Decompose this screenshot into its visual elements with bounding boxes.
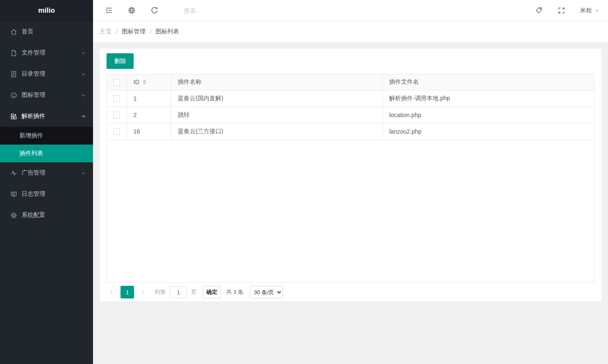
sidebar-item-label: 系统配置 [22, 211, 45, 219]
sort-icon[interactable] [143, 79, 146, 85]
total-count-label: 共 3 条 [226, 288, 243, 296]
main-area: 米粒 主页 / 图标管理 / 图标列表 删除 [93, 0, 608, 364]
cell-plugin-file: location.php [382, 107, 594, 123]
page-size-select[interactable]: 30 条/页 [250, 286, 283, 298]
home-icon [10, 28, 17, 36]
confirm-button[interactable]: 确定 [203, 286, 221, 298]
sidebar-item-label: 日志管理 [22, 190, 45, 198]
goto-label: 到第 [155, 288, 166, 296]
sidebar-item-label: 图标管理 [22, 91, 45, 99]
table-row: 2 跳转 location.php [107, 107, 594, 123]
content-area: 删除 ID 插件名称 插件文件名 [93, 43, 608, 364]
pagination: 1 到第 页 确定 共 3 条 30 条/页 [107, 283, 594, 301]
chevron-down-icon [81, 50, 86, 56]
chevron-up-icon [81, 114, 86, 119]
column-header-id: ID [134, 79, 140, 85]
prev-page-button[interactable] [107, 290, 117, 295]
brand-logo: milio [0, 0, 93, 21]
search-input[interactable] [184, 7, 277, 14]
row-checkbox[interactable] [113, 112, 120, 118]
sidebar-item-logs[interactable]: 日志管理 [0, 183, 93, 205]
sidebar-item-home[interactable]: 首页 [0, 21, 93, 42]
breadcrumb: 主页 / 图标管理 / 图标列表 [93, 21, 608, 43]
cell-id: 16 [126, 123, 171, 140]
breadcrumb-icon-management[interactable]: 图标管理 [122, 28, 145, 36]
cell-plugin-name: 跳转 [171, 107, 382, 123]
column-header-name: 插件名称 [171, 74, 382, 90]
sidebar-subitem-plugin-list[interactable]: 插件列表 [0, 145, 93, 162]
smiley-icon [10, 92, 17, 99]
sidebar-subitem-label: 新增插件 [19, 132, 43, 140]
tag-icon[interactable] [534, 6, 543, 15]
sidebar-item-icons[interactable]: 图标管理 [0, 85, 93, 106]
page-unit-label: 页 [191, 288, 197, 296]
user-menu[interactable]: 米粒 [580, 7, 600, 14]
sidebar-fold-button[interactable] [104, 6, 113, 15]
pulse-icon [10, 170, 17, 177]
topbar: 米粒 [93, 0, 608, 21]
cell-plugin-name: 蓝奏云(三方接口) [171, 123, 382, 140]
gear-icon [10, 212, 17, 219]
cell-plugin-name: 蓝奏云(国内直解) [171, 90, 382, 107]
chevron-down-icon [81, 71, 86, 77]
cell-plugin-file: 解析插件-调用本地.php [382, 90, 594, 107]
column-header-file: 插件文件名 [382, 74, 594, 90]
sidebar-item-ads[interactable]: 广告管理 [0, 162, 93, 183]
sidebar-item-label: 目录管理 [22, 70, 45, 78]
delete-button[interactable]: 删除 [107, 53, 134, 69]
sidebar-item-plugins[interactable]: 解析插件 [0, 106, 93, 127]
file-icon [10, 49, 17, 57]
sidebar-item-files[interactable]: 文件管理 [0, 42, 93, 63]
table-row: 1 蓝奏云(国内直解) 解析插件-调用本地.php [107, 90, 594, 107]
row-checkbox[interactable] [113, 95, 120, 102]
page-number-input[interactable] [170, 286, 187, 298]
username: 米粒 [580, 7, 592, 14]
chevron-down-icon [81, 170, 86, 176]
sidebar-item-directory[interactable]: 目录管理 [0, 63, 93, 85]
plugins-submenu: 新增插件 插件列表 [0, 127, 93, 162]
select-all-checkbox[interactable] [113, 79, 120, 86]
sidebar-subitem-add-plugin[interactable]: 新增插件 [0, 127, 93, 145]
cell-id: 1 [126, 90, 171, 107]
globe-icon[interactable] [127, 6, 136, 15]
chevron-down-icon [594, 8, 600, 13]
cell-plugin-file: lanzou2.php [382, 123, 594, 140]
breadcrumb-home[interactable]: 主页 [100, 28, 112, 36]
directory-icon [10, 71, 17, 78]
sidebar-item-label: 文件管理 [22, 49, 45, 57]
chevron-down-icon [81, 93, 86, 98]
breadcrumb-separator: / [150, 28, 151, 35]
sidebar-item-settings[interactable]: 系统配置 [0, 205, 93, 226]
breadcrumb-separator: / [116, 28, 118, 35]
plugin-table-container: ID 插件名称 插件文件名 1 蓝奏云(国内直解) 解析 [107, 74, 594, 283]
sidebar-item-label: 解析插件 [22, 112, 45, 120]
plugin-table: ID 插件名称 插件文件名 1 蓝奏云(国内直解) 解析 [107, 74, 594, 140]
fullscreen-icon[interactable] [557, 6, 566, 15]
sidebar-item-label: 广告管理 [22, 169, 45, 177]
next-page-button[interactable] [137, 290, 148, 295]
sidebar-nav: 首页 文件管理 目录管理 [0, 21, 93, 226]
breadcrumb-icon-list: 图标列表 [156, 28, 179, 36]
plugin-list-card: 删除 ID 插件名称 插件文件名 [100, 49, 601, 301]
table-header-row: ID 插件名称 插件文件名 [107, 74, 594, 90]
sidebar-subitem-label: 插件列表 [19, 150, 43, 157]
app-root: milio 首页 文件管理 目录管 [0, 0, 608, 364]
plugin-icon [10, 113, 17, 120]
sidebar: milio 首页 文件管理 目录管 [0, 0, 93, 364]
sidebar-item-label: 首页 [22, 28, 33, 36]
page-number-button[interactable]: 1 [121, 286, 134, 298]
table-row: 16 蓝奏云(三方接口) lanzou2.php [107, 123, 594, 140]
cell-id: 2 [126, 107, 171, 123]
monitor-icon [10, 191, 17, 198]
refresh-icon[interactable] [150, 6, 159, 15]
topbar-right: 米粒 [520, 6, 600, 15]
row-checkbox[interactable] [113, 128, 120, 135]
